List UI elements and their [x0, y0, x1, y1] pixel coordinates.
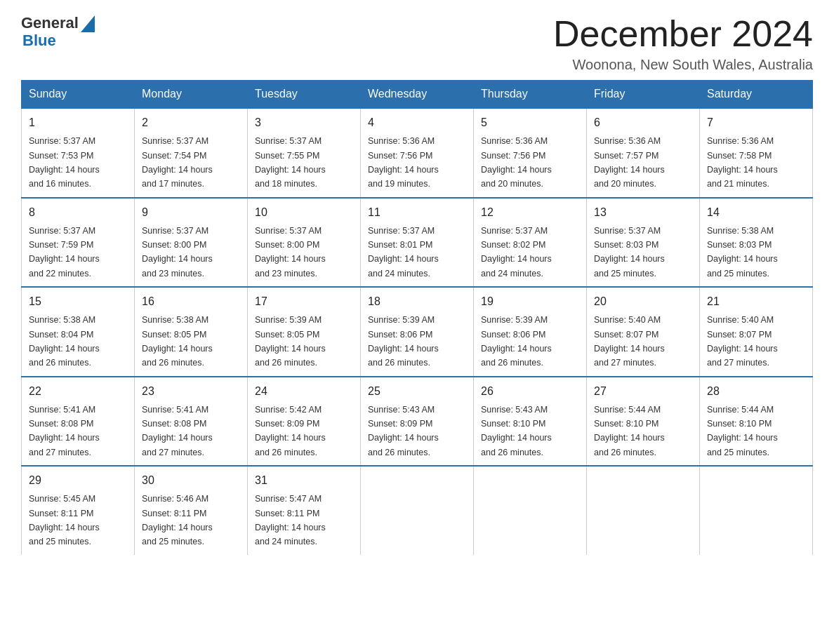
- day-info: Sunrise: 5:37 AMSunset: 7:54 PMDaylight:…: [142, 136, 213, 189]
- calendar-cell: 8 Sunrise: 5:37 AMSunset: 7:59 PMDayligh…: [22, 198, 135, 288]
- logo-triangle-icon: [81, 15, 95, 32]
- day-info: Sunrise: 5:44 AMSunset: 8:10 PMDaylight:…: [707, 405, 778, 457]
- header-thursday: Thursday: [474, 81, 587, 109]
- calendar-cell: 30 Sunrise: 5:46 AMSunset: 8:11 PMDaylig…: [135, 466, 248, 555]
- calendar-cell: 14 Sunrise: 5:38 AMSunset: 8:03 PMDaylig…: [700, 198, 813, 288]
- day-number: 7: [707, 114, 805, 131]
- week-row-3: 15 Sunrise: 5:38 AMSunset: 8:04 PMDaylig…: [22, 287, 813, 377]
- day-number: 30: [142, 472, 240, 489]
- calendar-cell: 21 Sunrise: 5:40 AMSunset: 8:07 PMDaylig…: [700, 287, 813, 377]
- day-info: Sunrise: 5:38 AMSunset: 8:05 PMDaylight:…: [142, 315, 213, 368]
- week-row-5: 29 Sunrise: 5:45 AMSunset: 8:11 PMDaylig…: [22, 466, 813, 555]
- calendar-cell: 13 Sunrise: 5:37 AMSunset: 8:03 PMDaylig…: [587, 198, 700, 288]
- day-number: 2: [142, 114, 240, 131]
- day-number: 23: [142, 383, 240, 400]
- header-saturday: Saturday: [700, 81, 813, 109]
- calendar-cell: [361, 466, 474, 555]
- calendar-cell: 12 Sunrise: 5:37 AMSunset: 8:02 PMDaylig…: [474, 198, 587, 288]
- title-section: December 2024 Woonona, New South Wales, …: [553, 14, 813, 73]
- calendar-cell: 22 Sunrise: 5:41 AMSunset: 8:08 PMDaylig…: [22, 377, 135, 467]
- calendar-cell: [587, 466, 700, 555]
- day-info: Sunrise: 5:40 AMSunset: 8:07 PMDaylight:…: [707, 315, 778, 368]
- page-header: General Blue December 2024 Woonona, New …: [21, 14, 813, 73]
- day-info: Sunrise: 5:37 AMSunset: 8:00 PMDaylight:…: [255, 226, 326, 279]
- day-number: 10: [255, 204, 353, 221]
- day-number: 16: [142, 293, 240, 310]
- day-info: Sunrise: 5:36 AMSunset: 7:58 PMDaylight:…: [707, 136, 778, 189]
- calendar-header-row: SundayMondayTuesdayWednesdayThursdayFrid…: [22, 81, 813, 109]
- day-info: Sunrise: 5:37 AMSunset: 7:55 PMDaylight:…: [255, 136, 326, 189]
- calendar-cell: 18 Sunrise: 5:39 AMSunset: 8:06 PMDaylig…: [361, 287, 474, 377]
- day-number: 11: [368, 204, 466, 221]
- day-number: 8: [29, 204, 127, 221]
- day-number: 28: [707, 383, 805, 400]
- calendar-cell: 20 Sunrise: 5:40 AMSunset: 8:07 PMDaylig…: [587, 287, 700, 377]
- logo: General Blue: [21, 14, 95, 49]
- day-number: 21: [707, 293, 805, 310]
- day-number: 18: [368, 293, 466, 310]
- day-number: 20: [594, 293, 692, 310]
- calendar-cell: 4 Sunrise: 5:36 AMSunset: 7:56 PMDayligh…: [361, 108, 474, 198]
- day-number: 1: [29, 114, 127, 131]
- calendar-cell: 10 Sunrise: 5:37 AMSunset: 8:00 PMDaylig…: [248, 198, 361, 288]
- day-info: Sunrise: 5:44 AMSunset: 8:10 PMDaylight:…: [594, 405, 665, 457]
- calendar-cell: 11 Sunrise: 5:37 AMSunset: 8:01 PMDaylig…: [361, 198, 474, 288]
- calendar-cell: 6 Sunrise: 5:36 AMSunset: 7:57 PMDayligh…: [587, 108, 700, 198]
- calendar-cell: [474, 466, 587, 555]
- day-info: Sunrise: 5:38 AMSunset: 8:04 PMDaylight:…: [29, 315, 100, 368]
- day-number: 29: [29, 472, 127, 489]
- calendar-cell: 17 Sunrise: 5:39 AMSunset: 8:05 PMDaylig…: [248, 287, 361, 377]
- calendar-cell: 15 Sunrise: 5:38 AMSunset: 8:04 PMDaylig…: [22, 287, 135, 377]
- calendar-cell: 31 Sunrise: 5:47 AMSunset: 8:11 PMDaylig…: [248, 466, 361, 555]
- calendar-cell: 9 Sunrise: 5:37 AMSunset: 8:00 PMDayligh…: [135, 198, 248, 288]
- day-number: 17: [255, 293, 353, 310]
- calendar-cell: [700, 466, 813, 555]
- day-info: Sunrise: 5:45 AMSunset: 8:11 PMDaylight:…: [29, 494, 100, 546]
- day-info: Sunrise: 5:40 AMSunset: 8:07 PMDaylight:…: [594, 315, 665, 368]
- day-info: Sunrise: 5:37 AMSunset: 7:59 PMDaylight:…: [29, 226, 100, 279]
- day-info: Sunrise: 5:37 AMSunset: 8:03 PMDaylight:…: [594, 226, 665, 279]
- week-row-1: 1 Sunrise: 5:37 AMSunset: 7:53 PMDayligh…: [22, 108, 813, 198]
- logo-text-blue: Blue: [22, 32, 56, 49]
- calendar-cell: 23 Sunrise: 5:41 AMSunset: 8:08 PMDaylig…: [135, 377, 248, 467]
- day-number: 26: [481, 383, 579, 400]
- day-info: Sunrise: 5:43 AMSunset: 8:10 PMDaylight:…: [481, 405, 552, 457]
- location: Woonona, New South Wales, Australia: [553, 57, 813, 73]
- calendar-cell: 7 Sunrise: 5:36 AMSunset: 7:58 PMDayligh…: [700, 108, 813, 198]
- calendar-cell: 2 Sunrise: 5:37 AMSunset: 7:54 PMDayligh…: [135, 108, 248, 198]
- calendar-cell: 27 Sunrise: 5:44 AMSunset: 8:10 PMDaylig…: [587, 377, 700, 467]
- day-info: Sunrise: 5:37 AMSunset: 7:53 PMDaylight:…: [29, 136, 100, 189]
- day-number: 9: [142, 204, 240, 221]
- calendar-cell: 1 Sunrise: 5:37 AMSunset: 7:53 PMDayligh…: [22, 108, 135, 198]
- calendar-cell: 29 Sunrise: 5:45 AMSunset: 8:11 PMDaylig…: [22, 466, 135, 555]
- day-number: 14: [707, 204, 805, 221]
- day-info: Sunrise: 5:38 AMSunset: 8:03 PMDaylight:…: [707, 226, 778, 279]
- calendar-cell: 16 Sunrise: 5:38 AMSunset: 8:05 PMDaylig…: [135, 287, 248, 377]
- month-title: December 2024: [553, 14, 813, 54]
- week-row-4: 22 Sunrise: 5:41 AMSunset: 8:08 PMDaylig…: [22, 377, 813, 467]
- day-number: 22: [29, 383, 127, 400]
- day-info: Sunrise: 5:42 AMSunset: 8:09 PMDaylight:…: [255, 405, 326, 457]
- day-info: Sunrise: 5:37 AMSunset: 8:01 PMDaylight:…: [368, 226, 439, 279]
- day-number: 6: [594, 114, 692, 131]
- day-info: Sunrise: 5:36 AMSunset: 7:57 PMDaylight:…: [594, 136, 665, 189]
- day-info: Sunrise: 5:41 AMSunset: 8:08 PMDaylight:…: [142, 405, 213, 457]
- day-info: Sunrise: 5:37 AMSunset: 8:00 PMDaylight:…: [142, 226, 213, 279]
- day-info: Sunrise: 5:39 AMSunset: 8:05 PMDaylight:…: [255, 315, 326, 368]
- header-wednesday: Wednesday: [361, 81, 474, 109]
- day-number: 4: [368, 114, 466, 131]
- calendar-cell: 5 Sunrise: 5:36 AMSunset: 7:56 PMDayligh…: [474, 108, 587, 198]
- day-info: Sunrise: 5:41 AMSunset: 8:08 PMDaylight:…: [29, 405, 100, 457]
- day-info: Sunrise: 5:43 AMSunset: 8:09 PMDaylight:…: [368, 405, 439, 457]
- day-number: 24: [255, 383, 353, 400]
- day-info: Sunrise: 5:39 AMSunset: 8:06 PMDaylight:…: [368, 315, 439, 368]
- logo-text-general: General: [21, 15, 79, 32]
- day-number: 31: [255, 472, 353, 489]
- header-friday: Friday: [587, 81, 700, 109]
- day-info: Sunrise: 5:36 AMSunset: 7:56 PMDaylight:…: [481, 136, 552, 189]
- day-number: 15: [29, 293, 127, 310]
- calendar-cell: 25 Sunrise: 5:43 AMSunset: 8:09 PMDaylig…: [361, 377, 474, 467]
- day-info: Sunrise: 5:47 AMSunset: 8:11 PMDaylight:…: [255, 494, 326, 546]
- day-number: 25: [368, 383, 466, 400]
- calendar-cell: 26 Sunrise: 5:43 AMSunset: 8:10 PMDaylig…: [474, 377, 587, 467]
